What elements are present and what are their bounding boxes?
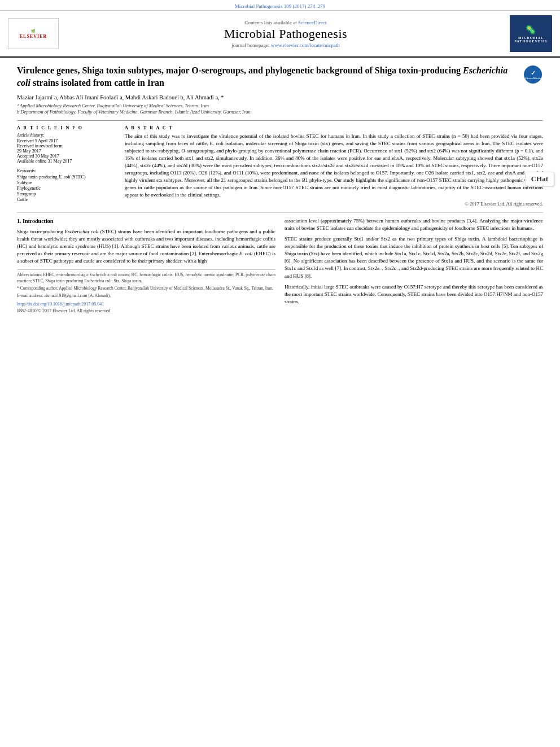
- article-info-column: A R T I C L E I N F O Article history: R…: [17, 125, 116, 207]
- history-group: Article history: Received 5 April 2017 R…: [17, 133, 116, 164]
- footnotes: Abbreviations: EHEC, enterohemorrhagic E…: [17, 269, 275, 299]
- article-title: Virulence genes, Shiga toxin subtypes, m…: [17, 64, 517, 90]
- history-label: Article history:: [17, 133, 116, 138]
- elsevier-label: ELSEVIER: [20, 34, 47, 39]
- affil-b: b Department of Pathobiology, Faculty of…: [17, 109, 543, 115]
- journal-header-center: Contents lists available at ScienceDirec…: [70, 20, 501, 48]
- abstract-heading: A B S T R A C T: [125, 125, 543, 130]
- authors-line: Maziar Jajarmi a, Abbas Ali Imani Foolad…: [17, 94, 543, 101]
- keywords-title: Keywords:: [17, 168, 116, 173]
- affil-a: ᵃ Applied Microbiology Research Center, …: [17, 103, 543, 108]
- abstract-text: The aim of this study was to investigate…: [125, 133, 543, 199]
- revised-label: Received in revised form: [17, 143, 116, 148]
- section1-heading: 1. Introduction: [17, 217, 275, 226]
- journal-citation-text: Microbial Pathogenesis 109 (2017) 274–27…: [235, 3, 325, 9]
- doi-line[interactable]: http://dx.doi.org/10.1016/j.micpath.2017…: [17, 301, 275, 308]
- available-date: Available online 31 May 2017: [17, 159, 116, 164]
- revised-date: 29 May 2017: [17, 148, 116, 154]
- authors-text: Maziar Jajarmi a, Abbas Ali Imani Foolad…: [17, 94, 224, 101]
- elsevier-logo: 🌿 ELSEVIER: [8, 18, 59, 49]
- keyword-5: Cattle: [17, 197, 116, 202]
- section-divider-top: [17, 120, 543, 121]
- body-divider: [17, 212, 543, 213]
- issn-line: 0882-4010/© 2017 Elsevier Ltd. All right…: [17, 308, 275, 314]
- body-para-4: Historically, initial large STEC outbrea…: [285, 283, 543, 305]
- body-col-right: association level (approximately 75%) be…: [285, 217, 543, 314]
- journal-logo-line2: PATHOGENESIS: [514, 40, 547, 43]
- article-title-section: Virulence genes, Shiga toxin subtypes, m…: [17, 64, 543, 90]
- keywords-section: Keywords: Shiga toxin-producing E. coli …: [17, 168, 116, 202]
- journal-logo-box: 🦠 MICROBIAL PATHOGENESIS: [510, 15, 552, 52]
- article-info-abstract: A R T I C L E I N F O Article history: R…: [17, 125, 543, 207]
- journal-citation-bar: Microbial Pathogenesis 109 (2017) 274–27…: [0, 0, 560, 11]
- body-para-1: Shiga toxin-producing Escherichia coli (…: [17, 228, 275, 265]
- keyword-4: Serogroup: [17, 191, 116, 196]
- journal-logo-right: 🦠 MICROBIAL PATHOGENESIS: [501, 15, 552, 52]
- accepted-date: Accepted 30 May 2017: [17, 154, 116, 159]
- affiliations: ᵃ Applied Microbiology Research Center, …: [17, 103, 543, 115]
- corresponding-note: * Corresponding author. Applied Microbio…: [17, 286, 275, 292]
- keyword-2: Subtype: [17, 180, 116, 185]
- journal-homepage-link[interactable]: www.elsevier.com/locate/micpath: [271, 42, 340, 48]
- email-note: E-mail address: ahmadi1919@gmail.com (A.…: [17, 293, 275, 299]
- sciencedirect-link[interactable]: ScienceDirect: [298, 20, 326, 25]
- body-two-col: 1. Introduction Shiga toxin-producing Es…: [17, 217, 543, 314]
- article-info-heading: A R T I C L E I N F O: [17, 125, 116, 130]
- crossmark-circle: ✓ CrossMark: [524, 65, 542, 84]
- sciencedirect-line: Contents lists available at ScienceDirec…: [70, 20, 501, 25]
- journal-homepage: journal homepage: www.elsevier.com/locat…: [70, 42, 501, 48]
- keyword-3: Phylogenetic: [17, 186, 116, 191]
- main-content: Virulence genes, Shiga toxin subtypes, m…: [0, 58, 560, 321]
- journal-header: 🌿 ELSEVIER Contents lists available at S…: [0, 11, 560, 58]
- body-col-left: 1. Introduction Shiga toxin-producing Es…: [17, 217, 275, 314]
- received-date: Received 5 April 2017: [17, 138, 116, 143]
- chat-button[interactable]: CHat: [525, 172, 554, 186]
- abbreviations-note: Abbreviations: EHEC, enterohemorrhagic E…: [17, 272, 275, 285]
- copyright-line: © 2017 Elsevier Ltd. All rights reserved…: [125, 201, 543, 207]
- keyword-1: Shiga toxin-producing E. coli (STEC): [17, 174, 116, 180]
- elsevier-logo-area: 🌿 ELSEVIER: [8, 18, 70, 49]
- crossmark-logo[interactable]: ✓ CrossMark: [523, 64, 543, 85]
- keywords-list: Shiga toxin-producing E. coli (STEC) Sub…: [17, 174, 116, 202]
- article-info-table: Article history: Received 5 April 2017 R…: [17, 133, 116, 202]
- journal-name: Microbial Pathogenesis: [70, 27, 501, 41]
- abstract-column: A B S T R A C T The aim of this study wa…: [125, 125, 543, 207]
- body-para-3: STEC strains produce generally Stx1 and/…: [285, 235, 543, 279]
- body-para-2: association level (approximately 75%) be…: [285, 217, 543, 232]
